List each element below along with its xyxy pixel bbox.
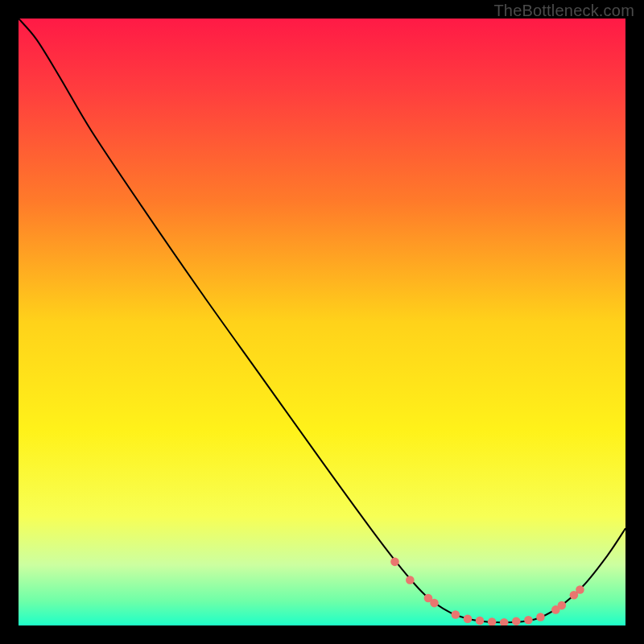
sample-dot (390, 558, 399, 567)
sample-dot (476, 617, 485, 625)
sample-dot (406, 576, 415, 584)
watermark-label: TheBottleneck.com (493, 2, 634, 20)
plot-area (19, 19, 625, 625)
sample-dot (430, 599, 439, 608)
sample-dot (576, 585, 584, 594)
chart-frame: TheBottleneck.com (0, 0, 644, 644)
sample-dot (536, 613, 545, 621)
sample-dot (512, 617, 521, 625)
sample-dot (558, 601, 567, 610)
sample-dot (524, 616, 533, 625)
sample-dot (464, 614, 473, 623)
sample-dot (452, 610, 460, 619)
chart-svg (19, 19, 625, 625)
gradient-background (19, 19, 625, 625)
